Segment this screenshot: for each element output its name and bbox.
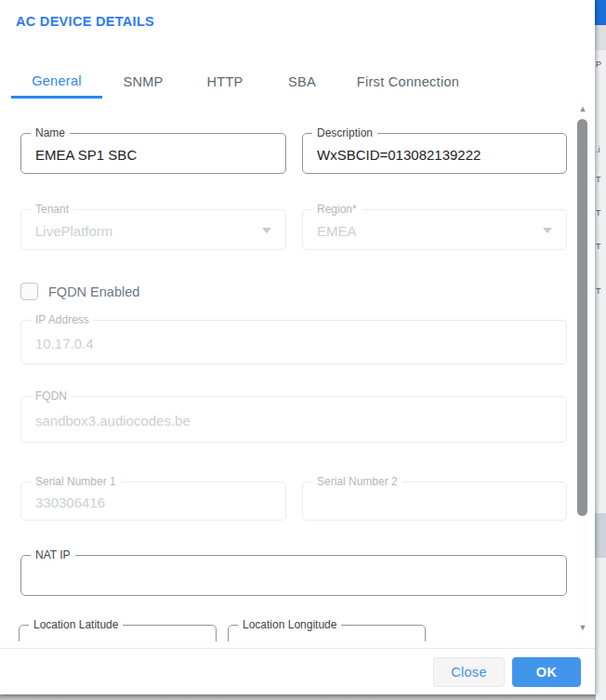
name-field[interactable]: Name	[20, 133, 286, 174]
serial-number-2-field: Serial Number 2	[302, 482, 567, 521]
location-longitude-input[interactable]	[229, 626, 425, 641]
background-topbar	[595, 0, 606, 25]
background-shade	[595, 25, 606, 50]
background-page-strip: P .i T T T T	[595, 0, 606, 700]
ok-button[interactable]: OK	[512, 657, 581, 687]
background-text-fragment: T	[596, 175, 601, 184]
nat-ip-field[interactable]: NAT IP	[20, 555, 567, 596]
description-field[interactable]: Description	[302, 133, 567, 174]
location-longitude-field[interactable]: Location Longitude	[228, 625, 426, 641]
fqdn-field: FQDN	[20, 396, 567, 442]
fqdn-value	[21, 397, 566, 442]
background-patch	[595, 513, 606, 558]
region-select: Region*	[302, 209, 567, 250]
region-value	[303, 210, 566, 249]
form-scroll-area: Name Description Tenant Region* FQDN Ena…	[0, 0, 576, 641]
description-input[interactable]	[303, 134, 566, 173]
serial-number-1-field: Serial Number 1	[20, 482, 286, 521]
dialog-footer: Close OK	[0, 648, 595, 694]
ip-address-field: IP Address	[20, 320, 567, 364]
chevron-down-icon	[262, 228, 271, 233]
ip-address-value	[21, 321, 566, 363]
background-text-fragment: T	[596, 208, 601, 218]
screen: P .i T T T T AC DEVICE DETAILS General S…	[0, 0, 606, 700]
close-button[interactable]: Close	[433, 657, 505, 687]
modal-bottom-shadow	[0, 694, 596, 700]
scrollbar-thumb[interactable]	[577, 119, 587, 516]
tenant-select: Tenant	[20, 209, 286, 250]
background-text-fragment: T	[596, 286, 601, 296]
tenant-value	[21, 210, 285, 249]
vertical-scrollbar[interactable]: ▲ ▼	[576, 102, 589, 634]
fqdn-enabled-label: FQDN Enabled	[48, 284, 139, 299]
serial-number-1-value	[21, 482, 285, 520]
fqdn-enabled-row: FQDN Enabled	[20, 283, 139, 300]
scroll-down-icon[interactable]: ▼	[576, 623, 589, 632]
background-text-fragment: T	[596, 242, 601, 251]
background-text-fragment: .i	[596, 145, 600, 154]
nat-ip-input[interactable]	[21, 556, 566, 595]
ac-device-details-dialog: AC DEVICE DETAILS General SNMP HTTP SBA …	[0, 0, 595, 694]
location-latitude-input[interactable]	[20, 626, 216, 641]
serial-number-2-value	[303, 482, 566, 520]
location-latitude-field[interactable]: Location Latitude	[19, 625, 217, 641]
chevron-down-icon	[543, 228, 552, 233]
name-input[interactable]	[21, 134, 285, 173]
background-text-fragment: P	[596, 59, 601, 69]
fqdn-enabled-checkbox[interactable]	[20, 283, 38, 300]
scroll-up-icon[interactable]: ▲	[576, 104, 589, 113]
